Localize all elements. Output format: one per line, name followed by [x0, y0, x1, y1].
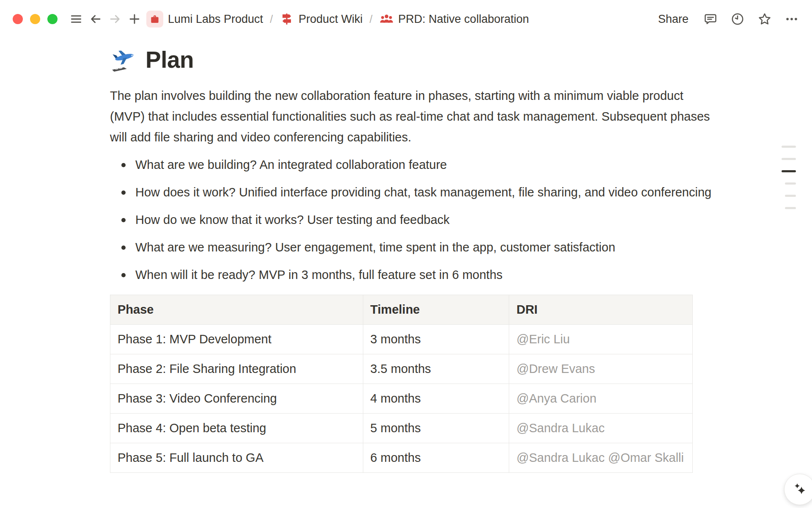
outline-indicator [782, 146, 796, 219]
phase-cell[interactable]: Phase 5: Full launch to GA [110, 443, 363, 473]
timeline-cell[interactable]: 5 months [363, 414, 509, 443]
table-header-row: Phase Timeline DRI [110, 295, 693, 325]
phase-cell[interactable]: Phase 4: Open beta testing [110, 414, 363, 443]
outline-line[interactable] [785, 182, 796, 185]
share-button[interactable]: Share [656, 11, 691, 28]
table-row: Phase 5: Full launch to GA 6 months @San… [110, 443, 693, 473]
breadcrumb-separator: / [268, 13, 274, 25]
breadcrumb-label: Product Wiki [299, 13, 363, 26]
outline-line[interactable] [782, 146, 796, 148]
breadcrumb-label: PRD: Native collaboration [398, 13, 529, 26]
favorite-star-icon[interactable] [757, 11, 772, 27]
breadcrumb-item-page[interactable]: PRD: Native collaboration [379, 12, 529, 26]
list-item[interactable]: When will it be ready? MVP in 3 months, … [110, 265, 719, 285]
sidebar-toggle-icon[interactable] [69, 11, 84, 27]
phases-table: Phase Timeline DRI Phase 1: MVP Developm… [110, 295, 693, 473]
ai-assistant-button[interactable] [784, 474, 812, 505]
list-item[interactable]: What are we building? An integrated coll… [110, 155, 719, 175]
signpost-icon [280, 12, 294, 26]
table-row: Phase 2: File Sharing Integration 3.5 mo… [110, 354, 693, 384]
breadcrumb-item-workspace[interactable]: Lumi Labs Product [146, 11, 263, 28]
page-title-row: Plan [110, 46, 719, 74]
dri-cell[interactable]: @Anya Carion [509, 384, 693, 414]
phase-cell[interactable]: Phase 1: MVP Development [110, 325, 363, 354]
breadcrumb-item-wiki[interactable]: Product Wiki [280, 12, 363, 26]
people-icon [379, 12, 394, 26]
outline-line[interactable] [782, 158, 796, 160]
outline-line[interactable] [785, 207, 796, 209]
breadcrumb-label: Lumi Labs Product [168, 13, 263, 26]
list-item[interactable]: How do we know that it works? User testi… [110, 210, 719, 230]
phase-cell[interactable]: Phase 2: File Sharing Integration [110, 354, 363, 384]
dri-cell[interactable]: @Eric Liu [509, 325, 693, 354]
list-item[interactable]: How does it work? Unified interface prov… [110, 182, 719, 203]
timeline-cell[interactable]: 6 months [363, 443, 509, 473]
topbar-actions: Share [656, 11, 799, 28]
window-minimize-button[interactable] [30, 14, 40, 24]
timeline-cell[interactable]: 3 months [363, 325, 509, 354]
dri-cell[interactable]: @Sandra Lukac @Omar Skalli [509, 443, 693, 473]
table-row: Phase 3: Video Conferencing 4 months @An… [110, 384, 693, 414]
list-item[interactable]: What are we measuring? User engagement, … [110, 237, 719, 258]
timeline-cell[interactable]: 4 months [363, 384, 509, 414]
nav-controls [69, 11, 142, 27]
intro-paragraph[interactable]: The plan involves building the new colla… [110, 86, 719, 148]
topbar: Lumi Labs Product / Product Wiki / [0, 0, 812, 38]
phase-cell[interactable]: Phase 3: Video Conferencing [110, 384, 363, 414]
comments-icon[interactable] [703, 11, 718, 27]
new-page-plus-icon[interactable] [127, 11, 142, 27]
qa-bullet-list: What are we building? An integrated coll… [110, 155, 719, 285]
more-ellipsis-icon[interactable] [784, 11, 799, 27]
column-header-phase[interactable]: Phase [110, 295, 363, 325]
page-title[interactable]: Plan [145, 46, 194, 73]
dri-cell[interactable]: @Drew Evans [509, 354, 693, 384]
updates-clock-icon[interactable] [730, 11, 745, 27]
page-body: Plan The plan involves building the new … [110, 46, 719, 473]
column-header-dri[interactable]: DRI [509, 295, 693, 325]
table-row: Phase 1: MVP Development 3 months @Eric … [110, 325, 693, 354]
outline-line[interactable] [785, 195, 796, 197]
window-controls [13, 14, 58, 24]
window-zoom-button[interactable] [47, 14, 58, 24]
table-row: Phase 4: Open beta testing 5 months @San… [110, 414, 693, 443]
briefcase-icon [146, 11, 163, 28]
window-close-button[interactable] [13, 14, 23, 24]
outline-line-active[interactable] [782, 170, 796, 172]
airplane-departure-emoji-icon[interactable] [110, 46, 138, 74]
breadcrumb: Lumi Labs Product / Product Wiki / [146, 11, 529, 28]
dri-cell[interactable]: @Sandra Lukac [509, 414, 693, 443]
forward-arrow-icon[interactable] [107, 11, 123, 27]
back-arrow-icon[interactable] [88, 11, 103, 27]
sparkles-icon [792, 481, 808, 497]
column-header-timeline[interactable]: Timeline [363, 295, 509, 325]
timeline-cell[interactable]: 3.5 months [363, 354, 509, 384]
breadcrumb-separator: / [368, 13, 374, 25]
